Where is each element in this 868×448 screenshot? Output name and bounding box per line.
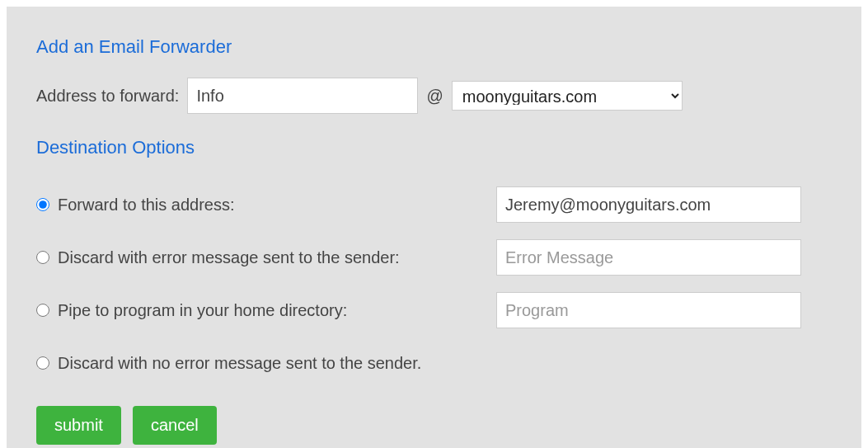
option-pipe-row: Pipe to program in your home directory: <box>36 290 832 330</box>
option-discard-error-label-group[interactable]: Discard with error message sent to the s… <box>36 248 496 267</box>
option-discard-silent-label-group[interactable]: Discard with no error message sent to th… <box>36 354 496 373</box>
option-forward-row: Forward to this address: <box>36 185 832 224</box>
destination-options-title: Destination Options <box>36 137 832 158</box>
option-discard-silent-label: Discard with no error message sent to th… <box>58 354 421 373</box>
address-label: Address to forward: <box>36 87 179 106</box>
button-row: submit cancel <box>36 406 832 445</box>
option-discard-silent-radio[interactable] <box>36 356 49 370</box>
option-pipe-label: Pipe to program in your home directory: <box>58 301 347 320</box>
add-forwarder-title: Add an Email Forwarder <box>36 36 832 58</box>
error-message-input[interactable] <box>496 239 801 276</box>
program-input[interactable] <box>496 292 801 328</box>
email-forwarder-panel: Add an Email Forwarder Address to forwar… <box>7 7 861 448</box>
option-forward-label: Forward to this address: <box>58 196 235 215</box>
option-discard-error-radio[interactable] <box>36 251 49 264</box>
option-discard-error-label: Discard with error message sent to the s… <box>58 248 400 267</box>
option-discard-silent-row: Discard with no error message sent to th… <box>36 343 832 383</box>
address-input[interactable] <box>187 78 418 114</box>
address-row: Address to forward: @ moonyguitars.com <box>36 78 832 114</box>
at-symbol: @ <box>426 87 443 106</box>
submit-button[interactable]: submit <box>36 406 121 445</box>
option-pipe-radio[interactable] <box>36 304 49 317</box>
domain-select[interactable]: moonyguitars.com <box>452 81 683 111</box>
option-discard-error-row: Discard with error message sent to the s… <box>36 238 832 277</box>
cancel-button[interactable]: cancel <box>133 406 217 445</box>
option-forward-label-group[interactable]: Forward to this address: <box>36 196 496 215</box>
option-pipe-label-group[interactable]: Pipe to program in your home directory: <box>36 301 496 320</box>
forward-address-input[interactable] <box>496 186 801 223</box>
option-forward-radio[interactable] <box>36 198 49 211</box>
